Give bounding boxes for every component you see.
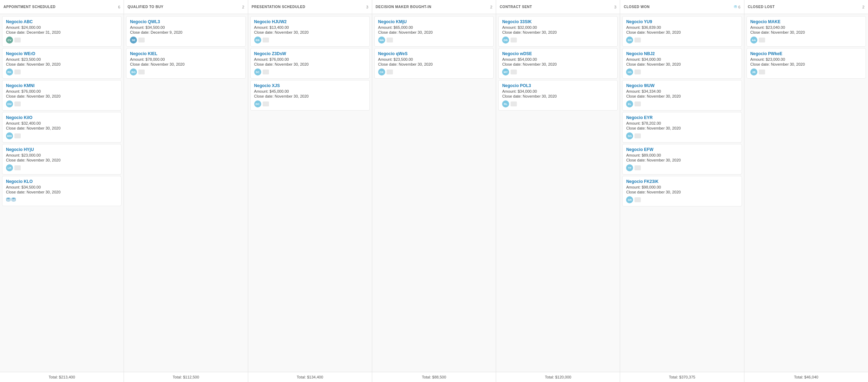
deal-name[interactable]: Negocio ABC <box>6 19 118 24</box>
action-icon[interactable] <box>511 101 517 106</box>
deal-card[interactable]: Negocio ABCAmount: $24,000.00Close date:… <box>2 16 121 47</box>
column-header-decision-maker-bought-in: DECISION MAKER BOUGHT-IN2 <box>372 0 496 14</box>
column-header-closed-lost: CLOSED LOST2 <box>744 0 868 14</box>
action-icon[interactable] <box>14 70 21 74</box>
deal-amount: Amount: $32,400.00 <box>6 121 118 125</box>
action-icon[interactable] <box>263 38 269 42</box>
card-footer: CK <box>378 68 490 75</box>
deal-amount: Amount: $76,000.00 <box>254 57 366 61</box>
action-icon[interactable] <box>263 70 269 74</box>
deal-name[interactable]: Negocio qWeS <box>378 51 490 56</box>
deal-card[interactable]: Negocio Z3DsWAmount: $76,000.00Close dat… <box>250 48 370 79</box>
avatar: SR <box>626 196 633 203</box>
deal-name[interactable]: Negocio KMNI <box>6 83 118 88</box>
deal-card[interactable]: Negocio PWkeEAmount: $23,000.00Close dat… <box>747 48 866 79</box>
column-count: 2 <box>490 5 492 9</box>
action-icon[interactable] <box>14 165 21 170</box>
deal-name[interactable]: Negocio PWkeE <box>750 51 862 56</box>
deal-name[interactable]: Negocio WErD <box>6 51 118 56</box>
action-icon[interactable] <box>634 101 641 106</box>
deal-name[interactable]: Negocio wDSE <box>502 51 614 56</box>
deal-name[interactable]: Negocio EFW <box>626 147 738 152</box>
deal-name[interactable]: Negocio NBJ2 <box>626 51 738 56</box>
deal-name[interactable]: Negocio Z3DsW <box>254 51 366 56</box>
action-icon[interactable] <box>759 38 765 42</box>
deal-card[interactable]: Negocio EFWAmount: $89,000.00Close date:… <box>622 144 742 174</box>
deal-card[interactable]: Negocio QWL3Amount: $34,500.00Close date… <box>126 16 245 47</box>
action-icon[interactable] <box>759 70 765 74</box>
deal-name[interactable]: Negocio 9IUW <box>626 83 738 88</box>
column-title: DECISION MAKER BOUGHT-IN <box>376 5 432 9</box>
action-icon[interactable] <box>387 38 393 42</box>
action-icon[interactable] <box>387 70 393 74</box>
deal-amount: Amount: $65,000.00 <box>378 25 490 29</box>
deal-amount: Amount: $36,839.00 <box>626 25 738 29</box>
column-total: Total: $120,000 <box>496 372 620 382</box>
deal-card[interactable]: Negocio KLOAmount: $34,500.00Close date:… <box>2 176 121 206</box>
deal-card[interactable]: Negocio wDSEAmount: $54,000.00Close date… <box>498 48 618 79</box>
deal-card[interactable]: Negocio HYjUAmount: $23,000.00Close date… <box>2 144 121 174</box>
deal-card[interactable]: Negocio EYRAmount: $78,202.00Close date:… <box>622 112 742 143</box>
deal-card[interactable]: Negocio POL3Amount: $34,000.00Close date… <box>498 80 618 111</box>
action-icon[interactable] <box>14 133 21 138</box>
action-icon[interactable] <box>14 38 21 42</box>
deal-amount: Amount: $76,000.00 <box>6 89 118 93</box>
deal-name[interactable]: Negocio KilO <box>6 115 118 120</box>
card-footer: TF <box>626 164 738 171</box>
deal-card[interactable]: Negocio WErDAmount: $23,500.00Close date… <box>2 48 121 79</box>
deal-name[interactable]: Negocio YU9 <box>626 19 738 24</box>
deal-card[interactable]: Negocio XJSAmount: $45,000.00Close date:… <box>250 80 370 111</box>
deal-close-date: Close date: November 30, 2020 <box>254 30 366 34</box>
deal-name[interactable]: Negocio HYjU <box>6 147 118 152</box>
action-icon[interactable] <box>511 38 517 42</box>
deal-name[interactable]: Negocio KMjU <box>378 19 490 24</box>
cards-container-closed-won: Negocio YU9Amount: $36,839.00Close date:… <box>620 14 744 372</box>
deal-name[interactable]: Negocio KIEL <box>130 51 242 56</box>
deal-card[interactable]: Negocio 9IUWAmount: $34,334.00Close date… <box>622 80 742 111</box>
deal-card[interactable]: Negocio MAKEAmount: $23,040.00Close date… <box>747 16 866 47</box>
deal-card[interactable]: Negocio YU9Amount: $36,839.00Close date:… <box>622 16 742 47</box>
deal-name[interactable]: Negocio XJS <box>254 83 366 88</box>
deal-close-date: Close date: November 30, 2020 <box>6 158 118 162</box>
deal-card[interactable]: Negocio 33SIKAmount: $32,000.00Close dat… <box>498 16 618 47</box>
deal-card[interactable]: Negocio FK23iKAmount: $98,000.00Close da… <box>622 176 742 206</box>
action-icon[interactable] <box>14 101 21 106</box>
deal-name[interactable]: Negocio EYR <box>626 115 738 120</box>
deal-card[interactable]: Negocio KIELAmount: $78,000.00Close date… <box>126 48 245 79</box>
deal-card[interactable]: Negocio KMjUAmount: $65,000.00Close date… <box>374 16 494 47</box>
deal-name[interactable]: Negocio POL3 <box>502 83 614 88</box>
deal-amount: Amount: $23,500.00 <box>6 57 118 61</box>
card-footer: JB <box>750 68 862 75</box>
deal-close-date: Close date: November 30, 2020 <box>6 190 118 194</box>
cards-container-appointment-scheduled: Negocio ABCAmount: $24,000.00Close date:… <box>0 14 124 372</box>
action-icon[interactable] <box>138 70 145 74</box>
deal-close-date: Close date: November 30, 2020 <box>750 62 862 66</box>
deal-name[interactable]: Negocio QWL3 <box>130 19 242 24</box>
group-icon: ⛃ <box>734 5 737 9</box>
deal-name[interactable]: Negocio HJUW2 <box>254 19 366 24</box>
deal-close-date: Close date: November 30, 2020 <box>6 94 118 98</box>
deal-name[interactable]: Negocio KLO <box>6 179 118 184</box>
action-icon[interactable] <box>138 38 145 42</box>
column-header-appointment-scheduled: APPOINTMENT SCHEDULED6 <box>0 0 124 14</box>
action-icon[interactable] <box>634 70 641 74</box>
avatar: JB <box>750 68 757 75</box>
deal-name[interactable]: Negocio FK23iK <box>626 179 738 184</box>
action-icon[interactable] <box>634 165 641 170</box>
avatar: MY <box>502 68 509 75</box>
action-icon[interactable] <box>511 70 517 74</box>
action-icon[interactable] <box>634 38 641 42</box>
deal-card[interactable]: Negocio qWeSAmount: $23,500.00Close date… <box>374 48 494 79</box>
action-icon[interactable] <box>263 101 269 106</box>
deal-card[interactable]: Negocio KMNIAmount: $76,000.00Close date… <box>2 80 121 111</box>
cards-container-closed-lost: Negocio MAKEAmount: $23,040.00Close date… <box>744 14 868 372</box>
card-footer: RK <box>6 68 118 75</box>
action-icon[interactable] <box>634 133 641 138</box>
column-title: QUALIFIED TO BUY <box>127 5 163 9</box>
deal-name[interactable]: Negocio MAKE <box>750 19 862 24</box>
deal-card[interactable]: Negocio KilOAmount: $32,400.00Close date… <box>2 112 121 143</box>
deal-name[interactable]: Negocio 33SIK <box>502 19 614 24</box>
deal-card[interactable]: Negocio HJUW2Amount: $13,400.00Close dat… <box>250 16 370 47</box>
action-icon[interactable] <box>634 197 641 202</box>
deal-card[interactable]: Negocio NBJ2Amount: $34,000.00Close date… <box>622 48 742 79</box>
